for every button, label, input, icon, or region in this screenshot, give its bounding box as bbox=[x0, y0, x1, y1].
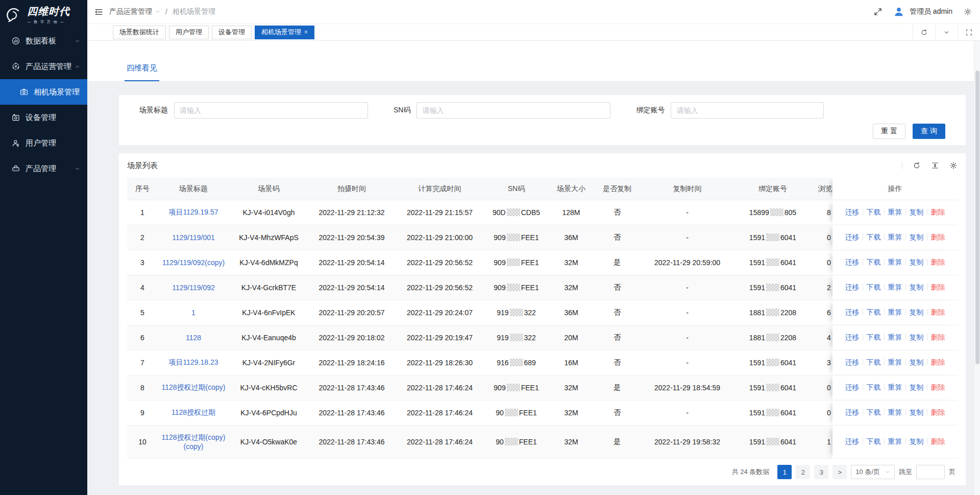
action-删除[interactable]: 删除 bbox=[931, 358, 945, 366]
action-重算[interactable]: 重算 bbox=[888, 437, 902, 445]
open-tab-场景数据统计[interactable]: 场景数据统计 bbox=[113, 26, 166, 39]
cell-title[interactable]: 项目1129.18.23 bbox=[158, 350, 229, 375]
action-重算[interactable]: 重算 bbox=[888, 408, 902, 416]
sidebar-item-用户管理[interactable]: 用户管理 bbox=[0, 130, 87, 156]
gear-icon[interactable] bbox=[962, 6, 974, 18]
action-迁移[interactable]: 迁移 bbox=[845, 408, 860, 416]
action-迁移[interactable]: 迁移 bbox=[845, 233, 860, 241]
action-下载[interactable]: 下载 bbox=[867, 233, 881, 241]
action-重算[interactable]: 重算 bbox=[888, 308, 902, 316]
cell-account: 15916041 bbox=[734, 225, 811, 250]
chevron-down-icon[interactable] bbox=[155, 9, 160, 14]
tab-siwei-kanjian[interactable]: 四维看见 bbox=[125, 63, 159, 81]
page-button-1[interactable]: 1 bbox=[777, 465, 792, 479]
settings-icon[interactable] bbox=[949, 161, 958, 170]
cell-title[interactable]: 1 bbox=[158, 300, 229, 325]
collapse-sidebar-icon[interactable] bbox=[92, 6, 105, 18]
refresh-icon[interactable] bbox=[913, 161, 921, 170]
action-迁移[interactable]: 迁移 bbox=[845, 308, 860, 316]
action-复制[interactable]: 复制 bbox=[910, 358, 924, 366]
action-重算[interactable]: 重算 bbox=[888, 258, 902, 266]
action-删除[interactable]: 删除 bbox=[931, 408, 945, 416]
action-复制[interactable]: 复制 bbox=[910, 383, 924, 391]
account-input[interactable] bbox=[671, 102, 824, 119]
action-下载[interactable]: 下载 bbox=[867, 333, 881, 341]
cell-title[interactable]: 1129/119/092 bbox=[158, 275, 229, 300]
table-scroll-area[interactable]: 序号场景标题场景码拍摄时间计算完成时间SN码场景大小是否复制复制时间绑定账号浏览… bbox=[127, 178, 958, 459]
maximize-icon[interactable] bbox=[958, 24, 980, 40]
action-迁移[interactable]: 迁移 bbox=[845, 358, 860, 366]
action-重算[interactable]: 重算 bbox=[888, 383, 902, 391]
action-复制[interactable]: 复制 bbox=[910, 233, 924, 241]
action-复制[interactable]: 复制 bbox=[910, 408, 924, 416]
sidebar-item-产品管理[interactable]: 产品管理 bbox=[0, 156, 87, 181]
sidebar-item-相机场景管理[interactable]: 相机场景管理 bbox=[0, 79, 87, 105]
cell-title[interactable]: 项目1129.19.57 bbox=[158, 200, 229, 225]
action-删除[interactable]: 删除 bbox=[931, 258, 945, 266]
next-page-button[interactable]: > bbox=[832, 465, 847, 479]
jump-page-input[interactable] bbox=[916, 465, 945, 479]
action-复制[interactable]: 复制 bbox=[910, 333, 924, 341]
action-重算[interactable]: 重算 bbox=[888, 208, 902, 216]
action-复制[interactable]: 复制 bbox=[910, 208, 924, 216]
masked-text bbox=[766, 438, 779, 445]
density-icon[interactable] bbox=[931, 161, 939, 170]
chevron-down-icon[interactable] bbox=[935, 24, 958, 40]
action-下载[interactable]: 下载 bbox=[867, 208, 881, 216]
action-复制[interactable]: 复制 bbox=[910, 258, 924, 266]
sn-input[interactable] bbox=[416, 102, 610, 119]
action-下载[interactable]: 下载 bbox=[867, 283, 881, 291]
cell-title[interactable]: 1128授权过期(copy) bbox=[158, 375, 229, 400]
cell-title[interactable]: 1128 bbox=[158, 325, 229, 350]
action-迁移[interactable]: 迁移 bbox=[845, 283, 860, 291]
action-重算[interactable]: 重算 bbox=[888, 233, 902, 241]
refresh-icon[interactable] bbox=[913, 24, 935, 40]
action-迁移[interactable]: 迁移 bbox=[845, 383, 860, 391]
open-tab-相机场景管理[interactable]: 相机场景管理× bbox=[255, 26, 314, 39]
scene-title-input[interactable] bbox=[174, 102, 368, 119]
action-重算[interactable]: 重算 bbox=[888, 283, 902, 291]
action-重算[interactable]: 重算 bbox=[888, 333, 902, 341]
page-button-2[interactable]: 2 bbox=[796, 465, 810, 479]
action-迁移[interactable]: 迁移 bbox=[845, 333, 860, 341]
action-下载[interactable]: 下载 bbox=[867, 383, 881, 391]
action-下载[interactable]: 下载 bbox=[867, 258, 881, 266]
action-删除[interactable]: 删除 bbox=[931, 208, 945, 216]
page-scrollbar[interactable] bbox=[974, 41, 980, 495]
sidebar-item-数据看板[interactable]: 数据看板 bbox=[0, 28, 87, 54]
sidebar-item-产品运营管理[interactable]: 产品运营管理 bbox=[0, 54, 87, 79]
cell-title[interactable]: 1129/119/092(copy) bbox=[158, 250, 229, 275]
sidebar-item-设备管理[interactable]: 设备管理 bbox=[0, 105, 87, 130]
action-删除[interactable]: 删除 bbox=[931, 437, 945, 445]
cell-title[interactable]: 1128授权过期 bbox=[158, 400, 229, 426]
action-删除[interactable]: 删除 bbox=[931, 233, 945, 241]
action-迁移[interactable]: 迁移 bbox=[845, 437, 860, 445]
action-迁移[interactable]: 迁移 bbox=[845, 258, 860, 266]
action-复制[interactable]: 复制 bbox=[910, 308, 924, 316]
search-button[interactable]: 查 询 bbox=[913, 124, 945, 139]
action-迁移[interactable]: 迁移 bbox=[845, 208, 860, 216]
action-复制[interactable]: 复制 bbox=[910, 437, 924, 445]
fullscreen-icon[interactable] bbox=[872, 6, 884, 18]
cell-title[interactable]: 1128授权过期(copy) (copy) bbox=[158, 426, 229, 459]
action-下载[interactable]: 下载 bbox=[867, 408, 881, 416]
action-下载[interactable]: 下载 bbox=[867, 308, 881, 316]
breadcrumb-parent[interactable]: 产品运营管理 bbox=[109, 7, 152, 16]
action-下载[interactable]: 下载 bbox=[867, 437, 881, 445]
page-size-select[interactable]: 10 条/页 bbox=[851, 465, 895, 479]
user-menu[interactable]: 管理员 admin bbox=[893, 6, 952, 17]
open-tab-设备管理[interactable]: 设备管理 bbox=[212, 26, 252, 39]
scrollbar-thumb[interactable] bbox=[975, 70, 979, 364]
action-删除[interactable]: 删除 bbox=[931, 333, 945, 341]
close-icon[interactable]: × bbox=[304, 29, 308, 36]
action-下载[interactable]: 下载 bbox=[867, 358, 881, 366]
open-tab-用户管理[interactable]: 用户管理 bbox=[169, 26, 209, 39]
cell-title[interactable]: 1129/119/001 bbox=[158, 225, 229, 250]
action-删除[interactable]: 删除 bbox=[931, 383, 945, 391]
reset-button[interactable]: 重 置 bbox=[873, 124, 905, 139]
action-删除[interactable]: 删除 bbox=[931, 308, 945, 316]
action-重算[interactable]: 重算 bbox=[888, 358, 902, 366]
page-button-3[interactable]: 3 bbox=[814, 465, 828, 479]
action-删除[interactable]: 删除 bbox=[931, 283, 945, 291]
action-复制[interactable]: 复制 bbox=[910, 283, 924, 291]
